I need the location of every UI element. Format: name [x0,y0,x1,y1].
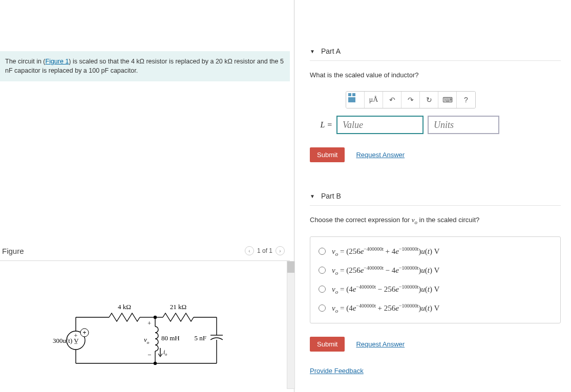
svg-text:io: io [163,349,167,357]
units-input[interactable] [428,116,499,134]
part-b-header[interactable]: ▼ Part B [310,188,561,206]
problem-statement: The circuit in (Figure 1) is scaled so t… [0,51,290,81]
figure-title: Figure [2,247,24,255]
provide-feedback-link[interactable]: Provide Feedback [310,367,364,375]
option-expression: vo = (4e−400000t − 256e−100000t)u(t) V [332,284,439,295]
option-expression: vo = (4e−400000t + 256e−100000t)u(t) V [332,303,439,314]
figure-section: Figure ‹ 1 of 1 › [0,243,290,374]
option-radio[interactable] [319,248,326,255]
reset-icon[interactable]: ↻ [420,91,438,108]
caret-down-icon: ▼ [310,193,315,199]
part-b-title: Part B [321,192,341,200]
undo-icon[interactable]: ↶ [383,91,401,108]
source-label: 300u(t) V [53,337,79,344]
pager-text: 1 of 1 [257,247,272,254]
circuit-diagram: + − 300u(t) V + 4 kΩ 21 kΩ + − vo 80 mH … [0,297,290,374]
equation-toolbar: μÅ ↶ ↷ ↻ ⌨ ? [346,91,476,108]
pager-prev-icon[interactable]: ‹ [245,246,254,255]
option-expression: vo = (256e−400000t + 4e−100000t)u(t) V [332,246,439,257]
figure-scrollbar[interactable] [287,261,295,389]
svg-text:+: + [82,329,86,336]
caret-down-icon: ▼ [310,49,315,54]
pb-q-prefix: Choose the correct expression for [310,216,412,224]
answer-row: L = [310,116,561,134]
part-b-request-answer-link[interactable]: Request Answer [356,340,405,348]
part-a-question: What is the scaled value of inductor? [310,71,561,79]
vo-sub: o [147,340,150,345]
templates-icon[interactable] [346,91,365,108]
option-row[interactable]: vo = (4e−400000t − 256e−100000t)u(t) V [319,280,552,299]
figure-header: Figure ‹ 1 of 1 › [0,243,290,261]
part-a-header[interactable]: ▼ Part A [310,43,561,61]
pager-next-icon[interactable]: › [276,246,285,255]
vo-minus: − [147,351,151,359]
part-a-section: ▼ Part A What is the scaled value of ind… [310,43,561,162]
redo-icon[interactable]: ↷ [401,91,420,108]
option-row[interactable]: vo = (256e−400000t − 4e−100000t)u(t) V [319,261,552,280]
value-input[interactable] [336,116,424,134]
part-b-submit-button[interactable]: Submit [310,337,345,352]
part-b-section: ▼ Part B Choose the correct expression f… [310,188,561,352]
mu-a-button[interactable]: μÅ [365,91,383,108]
keyboard-icon[interactable]: ⌨ [438,91,457,108]
left-pane: The circuit in (Figure 1) is scaled so t… [0,0,294,392]
r1-label: 4 kΩ [118,303,131,311]
option-radio[interactable] [319,286,326,293]
pb-q-suffix: in the scaled circuit? [417,216,479,224]
option-row[interactable]: vo = (4e−400000t + 256e−100000t)u(t) V [319,299,552,318]
option-radio[interactable] [319,304,326,312]
options-box: vo = (256e−400000t + 4e−100000t)u(t) Vvo… [310,236,561,323]
problem-text-prefix: The circuit in ( [5,58,46,65]
cap-label: 5 nF [195,334,206,342]
part-a-title: Part A [321,47,341,55]
right-pane: ▼ Part A What is the scaled value of ind… [294,0,571,392]
help-icon[interactable]: ? [457,91,475,108]
option-expression: vo = (256e−400000t − 4e−100000t)u(t) V [332,265,439,276]
option-row[interactable]: vo = (256e−400000t + 4e−100000t)u(t) V [319,242,552,261]
io-sub: o [165,352,167,357]
part-a-request-answer-link[interactable]: Request Answer [356,151,405,159]
svg-text:vo: vo [144,336,150,345]
r2-label: 21 kΩ [170,303,186,311]
part-a-submit-button[interactable]: Submit [310,147,345,162]
vo-plus: + [147,319,151,327]
figure-pager: ‹ 1 of 1 › [245,246,285,255]
inductor-label: 80 mH [161,334,180,342]
option-radio[interactable] [319,267,326,274]
figure-link[interactable]: Figure 1 [46,58,69,65]
part-b-question: Choose the correct expression for vo in … [310,216,561,225]
answer-label: L = [310,120,332,129]
